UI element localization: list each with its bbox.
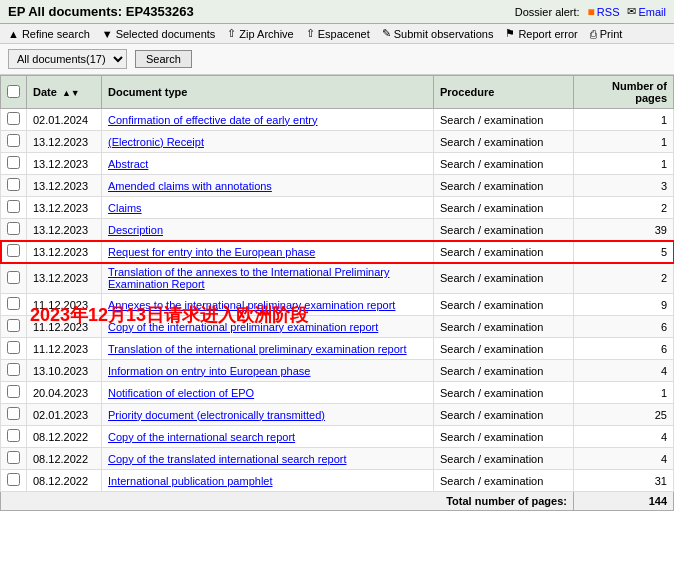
row-pages: 1 [574, 131, 674, 153]
documents-table: Date ▲▼ Document type Procedure Number o… [0, 75, 674, 511]
report-error-button[interactable]: ⚑ Report error [505, 27, 577, 40]
row-date: 08.12.2022 [27, 470, 102, 492]
row-pages: 5 [574, 241, 674, 263]
row-procedure: Search / examination [434, 294, 574, 316]
row-pages: 2 [574, 263, 674, 294]
row-pages: 31 [574, 470, 674, 492]
row-checkbox[interactable] [7, 222, 20, 235]
doc-type-link[interactable]: Abstract [108, 158, 148, 170]
doc-type-link[interactable]: International publication pamphlet [108, 475, 273, 487]
document-filter-select[interactable]: All documents(17) [8, 49, 127, 69]
flag-icon: ⚑ [505, 27, 515, 40]
row-doc-type: Notification of election of EPO [102, 382, 434, 404]
row-doc-type: Abstract [102, 153, 434, 175]
row-checkbox[interactable] [7, 112, 20, 125]
email-link[interactable]: Email [638, 6, 666, 18]
rss-link[interactable]: RSS [597, 6, 620, 18]
search-button[interactable]: Search [135, 50, 192, 68]
row-checkbox[interactable] [7, 385, 20, 398]
doc-type-link[interactable]: Copy of the international preliminary ex… [108, 321, 378, 333]
row-date: 13.10.2023 [27, 360, 102, 382]
row-checkbox[interactable] [7, 319, 20, 332]
row-checkbox-cell [1, 241, 27, 263]
zip-icon: ⇧ [227, 27, 236, 40]
row-checkbox[interactable] [7, 271, 20, 284]
printer-icon: ⎙ [590, 28, 597, 40]
table-row: 13.12.2023Request for entry into the Eur… [1, 241, 674, 263]
row-checkbox[interactable] [7, 134, 20, 147]
row-checkbox[interactable] [7, 429, 20, 442]
doc-type-link[interactable]: Annexes to the international preliminary… [108, 299, 395, 311]
row-checkbox[interactable] [7, 473, 20, 486]
submit-observations-button[interactable]: ✎ Submit observations [382, 27, 494, 40]
row-procedure: Search / examination [434, 109, 574, 131]
row-date: 13.12.2023 [27, 153, 102, 175]
table-row: 02.01.2024Confirmation of effective date… [1, 109, 674, 131]
doc-type-link[interactable]: Amended claims with annotations [108, 180, 272, 192]
doc-type-link[interactable]: Claims [108, 202, 142, 214]
doc-type-link[interactable]: Translation of the annexes to the Intern… [108, 266, 389, 290]
row-doc-type: Description [102, 219, 434, 241]
header-pages[interactable]: Number of pages [574, 76, 674, 109]
row-date: 08.12.2022 [27, 426, 102, 448]
doc-type-link[interactable]: Request for entry into the European phas… [108, 246, 315, 258]
header-procedure[interactable]: Procedure [434, 76, 574, 109]
row-checkbox[interactable] [7, 178, 20, 191]
table-row: 13.12.2023Translation of the annexes to … [1, 263, 674, 294]
doc-type-link[interactable]: Confirmation of effective date of early … [108, 114, 318, 126]
selected-documents-button[interactable]: ▼ Selected documents [102, 28, 216, 40]
row-checkbox[interactable] [7, 200, 20, 213]
doc-type-link[interactable]: Translation of the international prelimi… [108, 343, 407, 355]
row-checkbox[interactable] [7, 363, 20, 376]
table-row: 08.12.2022International publication pamp… [1, 470, 674, 492]
row-checkbox[interactable] [7, 156, 20, 169]
doc-type-link[interactable]: (Electronic) Receipt [108, 136, 204, 148]
refine-search-button[interactable]: ▲ Refine search [8, 28, 90, 40]
row-procedure: Search / examination [434, 404, 574, 426]
row-doc-type: Copy of the international preliminary ex… [102, 316, 434, 338]
row-checkbox[interactable] [7, 341, 20, 354]
row-checkbox[interactable] [7, 244, 20, 257]
table-row: 13.12.2023Amended claims with annotation… [1, 175, 674, 197]
row-date: 13.12.2023 [27, 175, 102, 197]
row-procedure: Search / examination [434, 175, 574, 197]
row-checkbox[interactable] [7, 407, 20, 420]
espacenet-button[interactable]: ⇧ Espacenet [306, 27, 370, 40]
row-checkbox-cell [1, 219, 27, 241]
select-all-checkbox[interactable] [7, 85, 20, 98]
row-checkbox-cell [1, 263, 27, 294]
row-procedure: Search / examination [434, 382, 574, 404]
header-date[interactable]: Date ▲▼ [27, 76, 102, 109]
row-procedure: Search / examination [434, 131, 574, 153]
doc-type-link[interactable]: Copy of the international search report [108, 431, 295, 443]
row-checkbox-cell [1, 175, 27, 197]
doc-type-link[interactable]: Description [108, 224, 163, 236]
rss-alert[interactable]: ■ RSS [588, 5, 620, 19]
row-checkbox-cell [1, 382, 27, 404]
doc-type-link[interactable]: Information on entry into European phase [108, 365, 310, 377]
table-header-row: Date ▲▼ Document type Procedure Number o… [1, 76, 674, 109]
print-button[interactable]: ⎙ Print [590, 28, 623, 40]
total-row: Total number of pages:144 [1, 492, 674, 511]
row-doc-type: Amended claims with annotations [102, 175, 434, 197]
row-doc-type: Copy of the translated international sea… [102, 448, 434, 470]
email-alert[interactable]: ✉ Email [627, 5, 666, 18]
row-procedure: Search / examination [434, 153, 574, 175]
search-bar: All documents(17) Search [0, 44, 674, 75]
row-pages: 6 [574, 338, 674, 360]
zip-archive-button[interactable]: ⇧ Zip Archive [227, 27, 293, 40]
row-date: 20.04.2023 [27, 382, 102, 404]
row-checkbox-cell [1, 448, 27, 470]
row-checkbox[interactable] [7, 451, 20, 464]
row-checkbox-cell [1, 153, 27, 175]
row-doc-type: Translation of the annexes to the Intern… [102, 263, 434, 294]
doc-type-link[interactable]: Notification of election of EPO [108, 387, 254, 399]
row-pages: 2 [574, 197, 674, 219]
arrow-down-icon: ▼ [102, 28, 113, 40]
doc-type-link[interactable]: Priority document (electronically transm… [108, 409, 325, 421]
header-doc-type[interactable]: Document type [102, 76, 434, 109]
row-procedure: Search / examination [434, 338, 574, 360]
doc-type-link[interactable]: Copy of the translated international sea… [108, 453, 346, 465]
row-checkbox-cell [1, 197, 27, 219]
row-checkbox[interactable] [7, 297, 20, 310]
